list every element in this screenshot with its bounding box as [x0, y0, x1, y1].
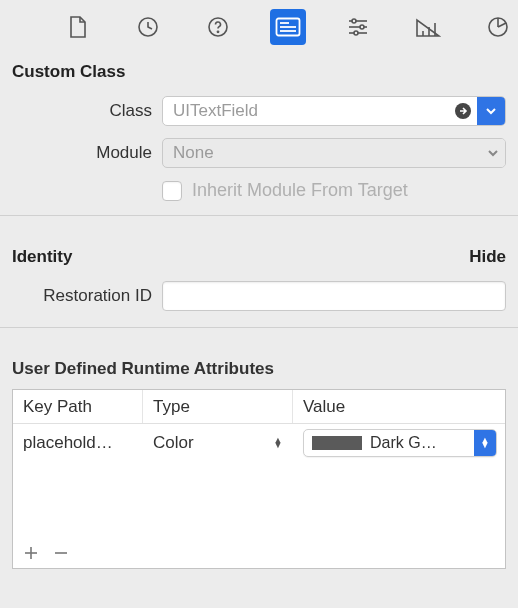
restoration-id-label: Restoration ID [12, 286, 162, 306]
popup-arrows[interactable]: ▲ ▼ [474, 430, 496, 456]
udra-footer [13, 538, 505, 568]
color-value-text: Dark G… [370, 434, 474, 452]
udra-title: User Defined Runtime Attributes [12, 351, 506, 389]
identity-icon [275, 17, 301, 37]
udra-table: Key Path Type Value placehold… Color ▲ ▼ [12, 389, 506, 569]
module-label: Module [12, 143, 162, 163]
add-attribute-button[interactable] [21, 543, 41, 563]
class-row: Class UITextField [0, 90, 518, 132]
chevron-down-icon: ▼ [274, 443, 283, 448]
svg-point-8 [352, 19, 356, 23]
udra-section: User Defined Runtime Attributes Key Path… [0, 351, 518, 569]
udra-header-type[interactable]: Type [143, 390, 293, 423]
identity-hide-button[interactable]: Hide [469, 247, 506, 267]
file-tab[interactable] [60, 9, 96, 45]
jump-to-definition-button[interactable] [449, 97, 477, 125]
udra-cell-value: Dark G… ▲ ▼ [293, 429, 505, 457]
divider [0, 215, 518, 239]
restoration-id-input[interactable] [162, 281, 506, 311]
class-label: Class [12, 101, 162, 121]
svg-point-10 [360, 25, 364, 29]
arrow-right-icon [454, 102, 472, 120]
custom-class-title: Custom Class [12, 62, 125, 82]
minus-icon [54, 546, 68, 560]
udra-body: placehold… Color ▲ ▼ Dark G… [13, 424, 505, 538]
color-popup-button[interactable]: Dark G… ▲ ▼ [303, 429, 497, 457]
help-tab[interactable] [200, 9, 236, 45]
table-row[interactable]: placehold… Color ▲ ▼ Dark G… [13, 424, 505, 462]
remove-attribute-button[interactable] [51, 543, 71, 563]
type-stepper[interactable]: ▲ ▼ [269, 432, 287, 454]
chevron-down-icon [487, 147, 499, 159]
class-combobox[interactable]: UITextField [162, 96, 506, 126]
class-placeholder: UITextField [163, 97, 449, 125]
plus-icon [24, 546, 38, 560]
restoration-id-row: Restoration ID [0, 275, 518, 327]
module-row: Module None [0, 132, 518, 174]
udra-header-keypath[interactable]: Key Path [13, 390, 143, 423]
class-dropdown-button[interactable] [477, 97, 505, 125]
udra-cell-type[interactable]: Color ▲ ▼ [143, 432, 293, 454]
udra-cell-keypath[interactable]: placehold… [13, 433, 143, 453]
connections-tab[interactable] [480, 9, 516, 45]
udra-type-text: Color [153, 433, 194, 453]
inherit-module-label: Inherit Module From Target [192, 180, 408, 201]
size-tab[interactable] [410, 9, 446, 45]
module-dropdown-button[interactable] [481, 139, 505, 167]
chevron-down-icon: ▼ [481, 443, 490, 448]
module-combobox[interactable]: None [162, 138, 506, 168]
attributes-icon [346, 16, 370, 38]
custom-class-header: Custom Class [0, 54, 518, 90]
udra-header-value[interactable]: Value [293, 390, 505, 423]
color-swatch [312, 436, 362, 450]
identity-title: Identity [12, 247, 72, 267]
file-icon [68, 15, 88, 39]
inherit-module-checkbox[interactable] [162, 181, 182, 201]
history-icon [136, 15, 160, 39]
inherit-module-row: Inherit Module From Target [0, 174, 518, 215]
size-icon [415, 16, 441, 38]
inspector-panel: Custom Class Class UITextField Module No… [0, 0, 518, 608]
history-tab[interactable] [130, 9, 166, 45]
inspector-tab-bar [0, 0, 518, 54]
attributes-tab[interactable] [340, 9, 376, 45]
svg-point-2 [217, 31, 218, 32]
divider [0, 327, 518, 351]
identity-tab[interactable] [270, 9, 306, 45]
identity-header: Identity Hide [0, 239, 518, 275]
help-icon [206, 15, 230, 39]
module-placeholder: None [163, 139, 481, 167]
udra-column-headers: Key Path Type Value [13, 390, 505, 424]
connections-icon [486, 15, 510, 39]
chevron-down-icon [485, 105, 497, 117]
svg-point-12 [354, 31, 358, 35]
